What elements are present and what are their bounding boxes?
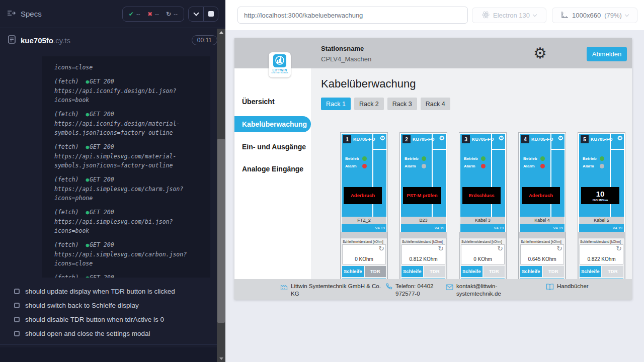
test-item[interactable]: should open and close the settings modal xyxy=(0,326,225,340)
tdr-button[interactable]: TDR xyxy=(365,266,386,277)
chevron-down-icon xyxy=(533,13,537,17)
cypress-header: Specs ✔-- ✖-- ↻-- xyxy=(0,0,225,28)
alarm-led xyxy=(362,164,367,168)
status-dot: ● xyxy=(86,176,89,183)
log-entry[interactable]: (fetch)●GET 200 https://api.simplesvg.co… xyxy=(54,208,205,235)
refresh-icon[interactable]: ↻ xyxy=(616,244,622,252)
log-entry[interactable]: (fetch)●GET 200 https://api.simplesvg.co… xyxy=(54,175,205,203)
tdr-button-disabled: TDR xyxy=(543,266,565,277)
tab-rack-4[interactable]: Rack 4 xyxy=(421,98,450,110)
device-card: 5 KÜ705-FO ⚙ Betrieb Alarm 10 ISO MOhm K… xyxy=(578,132,625,286)
test-item[interactable]: should disable TDR button when tdrActive… xyxy=(0,312,225,326)
firmware-version: V4.19 xyxy=(401,224,446,232)
alarm-display: Aderbruch xyxy=(344,187,382,204)
resistance-value: 0.645 KOhm xyxy=(521,256,564,262)
book-icon xyxy=(546,283,554,292)
test-pending-icon xyxy=(14,317,20,322)
log-entry[interactable]: (fetch)●GET 200 https://api.iconify.desi… xyxy=(54,110,205,137)
alarm-display: Erdschluss xyxy=(462,187,501,204)
card-settings-gear-icon[interactable]: ⚙ xyxy=(379,134,385,142)
spec-file-name: kue705fo.cy.ts xyxy=(21,36,70,45)
browser-selector[interactable]: Electron 130 xyxy=(472,8,546,23)
refresh-icon[interactable]: ↻ xyxy=(378,244,384,252)
stat-failed: ✖-- xyxy=(147,11,159,18)
logo-subtext: SYSTEMTECHNIK xyxy=(271,72,288,74)
card-settings-gear-icon[interactable]: ⚙ xyxy=(557,134,564,142)
test-item[interactable]: should update display when TDR button is… xyxy=(0,284,225,298)
alarm-led xyxy=(540,164,545,168)
logo-text: LITTWIN xyxy=(272,68,287,72)
scrollbar-thumb[interactable] xyxy=(217,139,225,323)
electron-icon xyxy=(482,11,490,20)
spec-file-row[interactable]: kue705fo.cy.ts 00:11 xyxy=(0,28,225,52)
card-number: 1 xyxy=(343,135,351,143)
factory-icon xyxy=(280,283,288,298)
log-entry[interactable]: (fetch)●GET 200 https://api.iconify.desi… xyxy=(54,77,205,105)
sidebar: Übersicht Kabelüberwachung Ein- und Ausg… xyxy=(234,68,311,279)
tab-rack-3[interactable]: Rack 3 xyxy=(387,98,417,110)
email-icon xyxy=(446,283,453,298)
sidebar-item-analoge-eingaenge[interactable]: Analoge Eingänge xyxy=(234,165,311,173)
divider xyxy=(0,344,225,345)
scrollbar[interactable] xyxy=(217,29,225,362)
scroll-down-arrow[interactable] xyxy=(217,355,225,362)
test-stats: ✔-- ✖-- ↻-- xyxy=(122,7,184,22)
sidebar-item-uebersicht[interactable]: Übersicht xyxy=(234,98,311,106)
ruler-icon xyxy=(561,11,569,20)
log-entry[interactable]: (fetch)●GET 200 https://api.simplesvg.co… xyxy=(54,273,205,278)
stop-button[interactable] xyxy=(203,7,218,21)
sidebar-item-kabelueberwachung[interactable]: Kabelüberwachung xyxy=(234,116,311,132)
tdr-button-disabled: TDR xyxy=(484,266,505,277)
tab-rack-1[interactable]: Rack 1 xyxy=(321,98,351,110)
log-entry[interactable]: (fetch)●GET 200 https://api.simplesvg.co… xyxy=(54,142,205,170)
refresh-icon[interactable]: ↻ xyxy=(497,244,503,252)
device-card: 3 KÜ705-FO ⚙ Betrieb Alarm Erdschluss Ka… xyxy=(459,132,507,286)
schleife-button[interactable]: Schleife xyxy=(580,266,601,277)
schleife-button[interactable]: Schleife xyxy=(520,266,542,277)
tab-rack-2[interactable]: Rack 2 xyxy=(354,98,384,110)
schleife-button[interactable]: Schleife xyxy=(461,266,482,277)
rack-tabs: Rack 1 Rack 2 Rack 3 Rack 4 xyxy=(321,98,450,110)
card-settings-gear-icon[interactable]: ⚙ xyxy=(498,134,504,142)
stat-passed: ✔-- xyxy=(129,11,140,18)
device-card: 1 KÜ705-FO ⚙ Betrieb Alarm Aderbruch FTZ… xyxy=(340,132,388,286)
url-input[interactable] xyxy=(237,7,468,24)
alarm-led xyxy=(600,164,604,168)
resistance-label: Schleifenwiderstand [kOhm] xyxy=(342,239,386,244)
settings-gear-icon[interactable]: ⚙ xyxy=(533,44,547,62)
collapse-button[interactable] xyxy=(189,7,203,21)
resistance-value: 0.812 KOhm xyxy=(402,256,445,262)
specs-toggle[interactable]: Specs xyxy=(7,10,42,18)
cable-name: Kabel 5 xyxy=(579,217,624,224)
card-model: KÜ705-FO xyxy=(472,137,494,142)
card-model: KÜ705-FO xyxy=(531,137,553,142)
footer-email[interactable]: kontakt@littwin-systemtechnik.de xyxy=(446,283,513,298)
status-dot: ● xyxy=(86,144,89,150)
betrieb-led xyxy=(362,156,367,161)
scroll-up-arrow[interactable] xyxy=(217,29,225,36)
footer-phone[interactable]: Telefon: 04402 972577-0 xyxy=(385,283,442,298)
schleife-button[interactable]: Schleife xyxy=(342,266,364,277)
footer-handbooks[interactable]: Handbücher xyxy=(546,283,589,292)
logout-button[interactable]: Abmelden xyxy=(587,47,627,61)
status-dot: ● xyxy=(86,209,89,216)
viewport-selector[interactable]: 1000x660 (79%) xyxy=(552,8,637,23)
card-settings-gear-icon[interactable]: ⚙ xyxy=(439,134,445,142)
card-number: 3 xyxy=(462,135,470,143)
refresh-icon[interactable]: ↻ xyxy=(438,244,444,252)
status-dot: ● xyxy=(86,78,89,85)
cable-name: Kabel 4 xyxy=(520,217,565,224)
resistance-display: ↻ 0 KOhm xyxy=(461,244,505,264)
card-settings-gear-icon[interactable]: ⚙ xyxy=(617,134,623,142)
test-item[interactable]: should switch back to Schleife display xyxy=(0,298,225,312)
alarm-display: Aderbruch xyxy=(522,187,560,204)
schleife-button[interactable]: Schleife xyxy=(401,266,423,277)
firmware-version: V4.19 xyxy=(579,224,624,232)
refresh-icon[interactable]: ↻ xyxy=(556,244,562,252)
log-entry[interactable]: (fetch)●GET 200 https://api.simplesvg.co… xyxy=(54,240,205,268)
resistance-label: Schleifenwiderstand [kOhm] xyxy=(461,239,505,244)
status-dot: ● xyxy=(86,111,89,118)
status-dot: ● xyxy=(86,275,89,278)
sidebar-item-ein-und-ausgaenge[interactable]: Ein- und Ausgänge xyxy=(234,143,311,151)
tdr-button-disabled: TDR xyxy=(424,266,446,277)
